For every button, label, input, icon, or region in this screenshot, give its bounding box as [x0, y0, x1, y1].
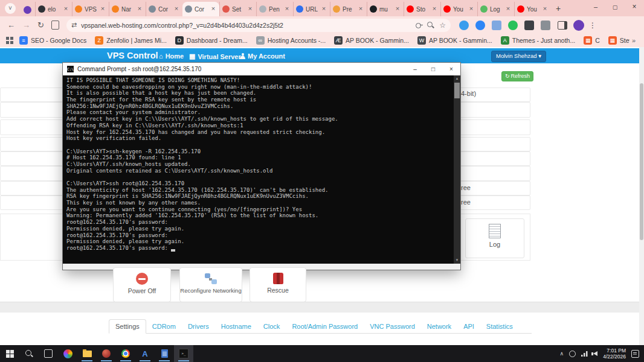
new-tab-button[interactable]: [551, 2, 565, 16]
page-scrollbar-thumb[interactable]: [640, 83, 643, 240]
browser-tab[interactable]: Cor: [182, 2, 219, 16]
tab-close-icon[interactable]: [173, 5, 180, 13]
browser-tab[interactable]: Set: [219, 2, 256, 16]
tab-close-icon[interactable]: [99, 5, 106, 13]
tab-close-icon[interactable]: [541, 5, 549, 13]
browser-tab[interactable]: Nar: [109, 2, 146, 16]
refresh-button[interactable]: ↻Refresh: [501, 71, 533, 81]
browser-menu-icon[interactable]: ⋮: [589, 21, 596, 30]
kite-extension-icon[interactable]: [475, 21, 485, 30]
back-icon[interactable]: ←: [7, 21, 15, 30]
bookmark-item[interactable]: Z Zenfolio | James Mi...: [95, 36, 167, 45]
tab-close-icon[interactable]: [246, 5, 254, 13]
tab-close-icon[interactable]: [431, 5, 438, 13]
rescue-card[interactable]: Rescue: [250, 267, 306, 302]
terminal-close-button[interactable]: ×: [442, 66, 460, 72]
browser-tab[interactable]: Sto: [404, 2, 440, 16]
terminal-maximize-button[interactable]: □: [424, 66, 442, 72]
tab-close-icon[interactable]: [136, 5, 143, 13]
notes-extension-icon[interactable]: [492, 21, 501, 30]
browser-tab[interactable]: elo: [35, 2, 72, 16]
volume-icon[interactable]: [593, 351, 597, 356]
bookmark-item[interactable]: ▦ Steve Mark Photogr...: [608, 36, 630, 45]
url-text[interactable]: vpspanel.web-hosting.com/control.php?_v=…: [81, 22, 411, 29]
tray-expand-icon[interactable]: ∧: [560, 351, 564, 357]
tab-close-icon[interactable]: [62, 5, 69, 13]
browser-tab[interactable]: mu: [367, 2, 404, 16]
profile-avatar[interactable]: [573, 20, 584, 31]
panel-tab[interactable]: Settings: [109, 319, 146, 334]
network-icon[interactable]: [581, 351, 588, 357]
terminal-title-bar[interactable]: C:\ Command Prompt - ssh root@162.254.35…: [63, 63, 460, 75]
panel-tab[interactable]: Clock: [257, 320, 286, 333]
browser-tab[interactable]: Pre: [330, 2, 367, 16]
terminal-body[interactable]: IT IS POSSIBLE THAT SOMEONE IS DOING SOM…: [63, 75, 460, 264]
panel-tab[interactable]: CDRom: [146, 320, 182, 333]
bookmark-item[interactable]: ▦ C: [584, 36, 600, 45]
password-manager-icon[interactable]: [416, 22, 423, 29]
scroll-down-icon[interactable]: ▼: [454, 257, 460, 264]
panel-tab[interactable]: Root/Admin Password: [286, 320, 364, 333]
bookmark-item[interactable]: W AP BOOK - Gammin...: [417, 36, 492, 45]
side-panel-icon[interactable]: [558, 21, 567, 30]
log-card[interactable]: Log: [465, 218, 524, 258]
zoom-page-icon[interactable]: [427, 22, 434, 29]
panel-tab[interactable]: Network: [421, 320, 457, 333]
command-prompt-window[interactable]: C:\ Command Prompt - ssh root@162.254.35…: [63, 63, 460, 270]
a-app-button[interactable]: A: [135, 345, 155, 362]
user-menu-button[interactable]: Molvin Shehzad ▾: [491, 51, 546, 62]
browser-tab[interactable]: You: [514, 2, 551, 16]
briefcase-extension-icon[interactable]: [524, 21, 534, 30]
reading-list-icon[interactable]: [51, 21, 59, 30]
scrollbar-thumb[interactable]: [454, 83, 460, 98]
panel-tab[interactable]: Drivers: [182, 320, 215, 333]
action-center-icon[interactable]: [631, 350, 639, 358]
browser-tab[interactable]: Log: [477, 2, 514, 16]
bookmark-item[interactable]: A Themes - Just anoth...: [501, 36, 575, 45]
bookmarks-overflow-icon[interactable]: »: [632, 37, 636, 44]
chat-extension-icon[interactable]: [508, 21, 518, 30]
audio-extension-icon[interactable]: [459, 21, 469, 30]
browser-tab[interactable]: VPS: [72, 2, 109, 16]
tab-close-icon[interactable]: [504, 5, 512, 13]
extensions-puzzle-icon[interactable]: [541, 21, 550, 30]
file-explorer-button[interactable]: [77, 345, 97, 362]
apps-grid-icon[interactable]: [6, 37, 13, 44]
terminal-minimize-button[interactable]: –: [406, 66, 424, 72]
window-minimize-button[interactable]: [586, 0, 605, 14]
browser-tab[interactable]: Cor: [146, 2, 182, 16]
nav-home[interactable]: ⌂Home: [159, 52, 184, 60]
bookmark-item[interactable]: D Dashboard - Dream...: [175, 36, 248, 45]
start-button[interactable]: [0, 345, 19, 362]
reload-icon[interactable]: ↻: [37, 21, 44, 30]
forward-icon[interactable]: →: [22, 21, 30, 30]
tray-misc-icon[interactable]: [569, 351, 576, 357]
command-prompt-button[interactable]: >_: [174, 345, 193, 362]
terminal-scrollbar[interactable]: ▲ ▼: [454, 75, 460, 264]
panel-tab[interactable]: Statistics: [480, 320, 519, 333]
bookmark-star-icon[interactable]: ☆: [439, 21, 446, 30]
tab-close-icon[interactable]: [468, 5, 475, 13]
tab-close-icon[interactable]: [320, 5, 327, 13]
window-close-button[interactable]: [625, 0, 644, 14]
browser-app-button[interactable]: [97, 345, 116, 362]
browser-tab[interactable]: URL: [293, 2, 330, 16]
scroll-up-icon[interactable]: ▲: [454, 75, 460, 82]
tab-close-icon[interactable]: [394, 5, 401, 13]
word-app-button[interactable]: [155, 345, 174, 362]
nav-virtual-servers[interactable]: ▦Virtual Servers: [189, 52, 245, 60]
task-view-button[interactable]: [39, 345, 58, 362]
taskbar-clock[interactable]: 7:01 PM 4/22/2026: [603, 348, 626, 360]
window-maximize-button[interactable]: [605, 0, 625, 14]
panel-tab[interactable]: API: [457, 320, 480, 333]
browser-tab[interactable]: Pen: [256, 2, 293, 16]
address-bar[interactable]: ⇄ vpspanel.web-hosting.com/control.php?_…: [66, 19, 451, 32]
bookmark-item[interactable]: ≡ SEO - Google Docs: [19, 36, 86, 45]
panel-tab[interactable]: VNC Password: [364, 320, 421, 333]
bookmark-item[interactable]: ∞ Hosting Accounts -...: [256, 36, 326, 45]
tab-close-icon[interactable]: [210, 5, 217, 13]
site-info-icon[interactable]: ⇄: [71, 21, 77, 29]
bookmark-item[interactable]: Æ AP BOOK - Gammin...: [334, 36, 409, 45]
tab-search-button[interactable]: ˅: [5, 3, 16, 14]
nav-my-account[interactable]: My Account: [240, 52, 285, 60]
